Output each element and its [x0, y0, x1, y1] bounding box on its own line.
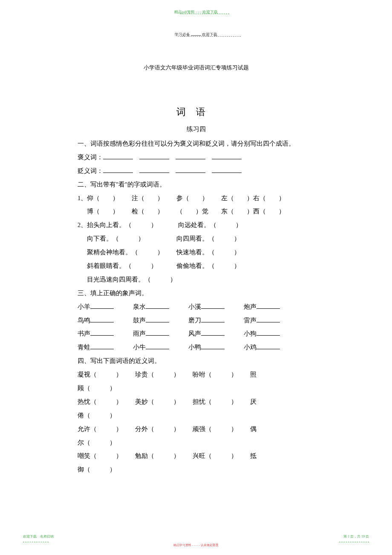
s4-item: 顾: [78, 385, 84, 391]
s4-item: 嘲笑: [78, 452, 90, 459]
blank: [201, 335, 225, 336]
section4-row-2: 热忱（ ） 美妙（ ） 担忧（ ） 厌: [78, 395, 333, 409]
blank: [90, 335, 114, 336]
blank: [103, 173, 133, 173]
s3-item: 雷声: [244, 317, 257, 324]
header-row2-gap: [191, 35, 201, 36]
main-title: 词语: [0, 106, 392, 118]
s4-item: 美妙: [135, 398, 148, 405]
s4-item: 担忧: [193, 398, 205, 405]
blank: [257, 322, 280, 322]
s3-item: 小羊: [78, 303, 90, 310]
s4-item: 顽强: [193, 426, 205, 432]
header-row-2: 学习必备欢迎下载: [0, 32, 392, 37]
section2-row2b: 向下看。（ ） 向四周看。（ ）: [78, 232, 333, 246]
blank: [139, 173, 169, 173]
section1-row2-label: 贬义词：: [78, 167, 103, 174]
s3-item: 风声: [188, 330, 201, 337]
blank: [201, 322, 225, 322]
s3-item: 鼓声: [133, 317, 146, 324]
s3-item: 小溪: [188, 303, 201, 310]
blank: [146, 308, 169, 309]
blank: [257, 349, 280, 349]
blank: [257, 335, 280, 336]
s4-item: 抵: [250, 452, 257, 459]
blank: [201, 308, 225, 309]
blank: [212, 159, 242, 159]
section3-row-0: 小羊 泉水 小溪 炮声: [78, 300, 333, 314]
blank: [201, 349, 225, 349]
section4-heading: 四、写出下面词语的近义词。: [78, 354, 333, 368]
header-top-green: 精品pdf资料 - - - 欢迎下载: [0, 9, 392, 15]
s4-item: 珍贵: [135, 371, 148, 378]
section1-heading: 一、词语按感情色彩分往往可以分为褒义词和贬义词，请分别写出四个成语。: [78, 137, 333, 151]
header-row2-dashed: [178, 36, 241, 37]
s4-item: 吩咐: [193, 371, 205, 378]
section1-row-positive: 褒义词：: [78, 151, 333, 164]
blank: [139, 159, 169, 159]
s3-item: 磨刀: [188, 317, 201, 324]
section2-row1: 1、仰（ ） 注（ ） 参（ ） 左（ ）右（ ）: [78, 192, 333, 205]
section4-row-5: 尔（ ）: [78, 436, 333, 450]
s4-item: 热忱: [78, 398, 90, 405]
blank: [103, 159, 133, 159]
section4-row-4: 允许（ ） 分外（ ） 顽强（ ） 偶: [78, 423, 333, 436]
s3-item: 小牛: [133, 344, 146, 351]
footer-right-suffix: 页: [365, 535, 369, 538]
section1-row-negative: 贬义词：: [78, 164, 333, 178]
section2-heading: 二、写出带有"看"的字或词语。: [78, 178, 333, 192]
header-top-underline: [180, 14, 229, 14]
s3-item: 雨声: [133, 330, 146, 337]
section4-row-7: 御（ ）: [78, 463, 333, 477]
sub-title: 练习四: [0, 125, 392, 133]
footer-right: 第 1 页，共 19 页: [343, 534, 369, 539]
content-body: 一、词语按感情色彩分往往可以分为褒义词和贬义词，请分别写出四个成语。 褒义词： …: [78, 137, 333, 477]
s4-item: 偶: [250, 426, 257, 432]
section2-row2c: 聚精会神地看。（ ） 快速地看。（ ）: [78, 246, 333, 259]
blank: [90, 349, 114, 349]
footer-right-mid: 页，共: [349, 535, 361, 538]
section4-row-0: 凝视（ ） 珍贵（ ） 吩咐（ ） 照: [78, 368, 333, 382]
s3-item: 小鸭: [188, 344, 201, 351]
section3-row-2: 书声 雨声 风声 小狗: [78, 327, 333, 341]
blank: [212, 173, 242, 173]
footer-right-underline: [339, 542, 369, 542]
blank: [176, 159, 205, 159]
section3-row-3: 青蛙 小牛 小鸭 小鸡: [78, 341, 333, 354]
s3-item: 青蛙: [78, 344, 90, 351]
s4-item: 勉励: [135, 452, 148, 459]
blank: [146, 349, 169, 349]
blank: [146, 335, 169, 336]
footer-page-total: 19: [361, 535, 365, 538]
blank: [257, 308, 280, 309]
s4-item: 厌: [250, 398, 257, 405]
s3-item: 小鸡: [244, 344, 257, 351]
section2-row2e: 目光迅速向四周看。（ ）: [78, 273, 333, 287]
section2-row2d: 斜着眼睛看。（ ） 偷偷地看。（ ）: [78, 259, 333, 273]
s3-item: 小狗: [244, 330, 257, 337]
s3-item: 鸟鸣: [78, 317, 90, 324]
s4-item: 御: [78, 466, 84, 473]
section2-row2: 2、抬头向上看。（ ） 向远处看。（ ）: [78, 219, 333, 232]
section3-row-1: 鸟鸣 鼓声 磨刀 雷声: [78, 314, 333, 328]
blank: [176, 173, 205, 173]
section4-row-3: 倦（ ）: [78, 409, 333, 423]
s4-item: 兴旺: [193, 452, 205, 459]
blank: [146, 322, 169, 322]
section4-row-1: 顾（ ）: [78, 382, 333, 395]
s4-item: 凝视: [78, 371, 90, 378]
blank: [90, 322, 114, 322]
s3-item: 泉水: [133, 303, 146, 310]
footer-left-underline: [23, 542, 49, 542]
section1-row1-label: 褒义词：: [78, 154, 103, 161]
s4-item: 倦: [78, 412, 84, 419]
footer-left: 欢迎下载 名师归纳: [23, 534, 54, 539]
section2-row1b: 博（ ） 检（ ） （ ）觉 东（ ）西（ ）: [78, 205, 333, 219]
document-title: 小学语文六年级毕业词语词汇专项练习试题: [0, 64, 392, 72]
s4-item: 尔: [78, 439, 84, 446]
s4-item: 照: [250, 371, 257, 378]
blank: [90, 308, 114, 309]
section4-row-6: 嘲笑（ ） 勉励（ ） 兴旺（ ） 抵: [78, 449, 333, 463]
s3-item: 炮声: [244, 303, 257, 310]
footer-right-prefix: 第: [343, 535, 348, 538]
